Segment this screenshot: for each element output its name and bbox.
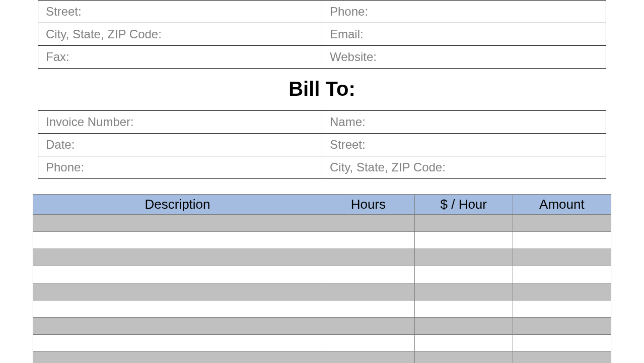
item-description-cell[interactable] [33,249,322,266]
item-hours-cell[interactable] [322,283,415,300]
item-rate-cell[interactable] [414,266,513,283]
item-amount-cell[interactable] [513,300,611,318]
bill-to-table: Invoice Number: Name: Date: Street: Phon… [38,110,606,179]
item-hours-cell[interactable] [322,352,415,364]
header-rate: $ / Hour [414,195,513,215]
item-amount-cell[interactable] [513,335,611,352]
item-hours-cell[interactable] [322,318,415,335]
item-description-cell[interactable] [33,215,322,232]
item-amount-cell[interactable] [513,215,611,232]
line-item-row [33,215,611,232]
item-hours-cell[interactable] [322,215,415,232]
item-description-cell[interactable] [33,266,322,283]
line-item-row [33,283,611,300]
item-rate-cell[interactable] [414,232,513,249]
company-city-state-zip-cell[interactable]: City, State, ZIP Code: [38,23,322,46]
item-amount-cell[interactable] [513,352,611,364]
item-amount-cell[interactable] [513,318,611,335]
item-rate-cell[interactable] [414,300,513,318]
line-item-row [33,300,611,318]
item-hours-cell[interactable] [322,335,415,352]
company-info-table: Street: Phone: City, State, ZIP Code: Em… [38,0,606,69]
item-hours-cell[interactable] [322,300,415,318]
line-item-row [33,232,611,249]
company-website-cell[interactable]: Website: [322,46,606,69]
item-rate-cell[interactable] [414,318,513,335]
item-amount-cell[interactable] [513,266,611,283]
company-phone-cell[interactable]: Phone: [322,1,606,23]
company-email-cell[interactable]: Email: [322,23,606,46]
line-item-row [33,249,611,266]
item-rate-cell[interactable] [414,352,513,364]
item-rate-cell[interactable] [414,335,513,352]
item-description-cell[interactable] [33,335,322,352]
invoice-number-cell[interactable]: Invoice Number: [38,111,322,134]
billto-street-cell[interactable]: Street: [322,134,606,156]
item-rate-cell[interactable] [414,283,513,300]
item-hours-cell[interactable] [322,266,415,283]
invoice-document: Street: Phone: City, State, ZIP Code: Em… [0,0,644,363]
item-description-cell[interactable] [33,300,322,318]
line-item-row [33,335,611,352]
header-description: Description [33,195,322,215]
item-description-cell[interactable] [33,232,322,249]
items-header-row: Description Hours $ / Hour Amount [33,195,611,215]
item-amount-cell[interactable] [513,283,611,300]
invoice-date-cell[interactable]: Date: [38,134,322,156]
item-hours-cell[interactable] [322,249,415,266]
company-fax-cell[interactable]: Fax: [38,46,322,69]
billto-phone-cell[interactable]: Phone: [38,156,322,179]
item-description-cell[interactable] [33,318,322,335]
billto-name-cell[interactable]: Name: [322,111,606,134]
line-items-table: Description Hours $ / Hour Amount [33,194,611,363]
header-hours: Hours [322,195,415,215]
item-rate-cell[interactable] [414,215,513,232]
item-amount-cell[interactable] [513,232,611,249]
line-item-row [33,266,611,283]
item-description-cell[interactable] [33,283,322,300]
bill-to-heading: Bill To: [0,78,644,100]
item-amount-cell[interactable] [513,249,611,266]
item-rate-cell[interactable] [414,249,513,266]
company-street-cell[interactable]: Street: [38,1,322,23]
line-item-row [33,352,611,364]
item-description-cell[interactable] [33,352,322,364]
header-amount: Amount [513,195,611,215]
item-hours-cell[interactable] [322,232,415,249]
line-item-row [33,318,611,335]
billto-city-state-zip-cell[interactable]: City, State, ZIP Code: [322,156,606,179]
